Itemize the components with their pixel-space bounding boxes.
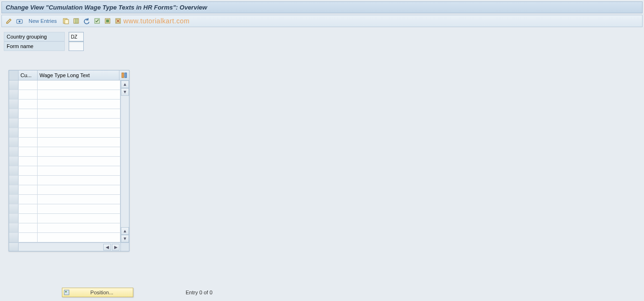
cell-cumulation[interactable] [19,119,38,128]
cell-wage-type[interactable] [38,233,120,242]
cell-wage-type[interactable] [38,109,120,118]
table-row[interactable] [9,176,120,185]
position-button[interactable]: Position... [62,288,133,297]
row-selector[interactable] [9,214,19,223]
row-selector[interactable] [9,233,19,242]
deselect-all-icon[interactable] [114,17,122,25]
cell-wage-type[interactable] [38,166,120,175]
row-selector[interactable] [9,100,19,109]
table-row[interactable] [9,157,120,166]
table-row[interactable] [9,185,120,195]
cell-wage-type[interactable] [38,204,120,213]
cell-wage-type[interactable] [38,80,120,90]
table-row[interactable] [9,138,120,147]
form-name-row: Form name [4,41,640,51]
table-row[interactable] [9,100,120,109]
cell-cumulation[interactable] [19,128,38,137]
form-area: Country grouping Form name [4,32,640,51]
cell-cumulation[interactable] [19,223,38,232]
table-row[interactable] [9,233,120,242]
cell-wage-type[interactable] [38,147,120,156]
table-row[interactable] [9,166,120,176]
table-row[interactable] [9,147,120,157]
row-selector[interactable] [9,147,19,156]
cell-cumulation[interactable] [19,195,38,204]
row-selector[interactable] [9,109,19,118]
row-selector[interactable] [9,157,19,166]
form-name-input[interactable] [69,41,84,51]
cell-cumulation[interactable] [19,109,38,118]
cell-cumulation[interactable] [19,90,38,99]
cell-wage-type[interactable] [38,223,120,232]
svg-point-1 [19,20,20,22]
new-entries-button[interactable]: New Entries [26,18,59,24]
cell-cumulation[interactable] [19,214,38,223]
row-selector[interactable] [9,90,19,99]
cell-cumulation[interactable] [19,204,38,213]
row-selector[interactable] [9,119,19,128]
delete-icon[interactable] [72,17,80,25]
row-selector[interactable] [9,204,19,213]
table-row[interactable] [9,214,120,223]
table-row[interactable] [9,119,120,128]
cell-wage-type[interactable] [38,119,120,128]
cell-cumulation[interactable] [19,176,38,185]
cell-wage-type[interactable] [38,185,120,194]
column-header-cumulation[interactable]: Cu... [19,70,38,80]
cell-wage-type[interactable] [38,100,120,109]
cell-cumulation[interactable] [19,100,38,109]
row-selector[interactable] [9,138,19,147]
table-row[interactable] [9,204,120,214]
scroll-down-step-button[interactable]: ▲ [121,227,129,235]
position-label: Position... [71,290,133,295]
cell-wage-type[interactable] [38,138,120,147]
cell-wage-type[interactable] [38,90,120,99]
cell-cumulation[interactable] [19,138,38,147]
table-row[interactable] [9,195,120,204]
country-grouping-input[interactable] [69,32,84,41]
row-selector[interactable] [9,223,19,232]
scroll-up-step-button[interactable]: ▼ [121,88,129,96]
scroll-up-button[interactable]: ▲ [121,80,129,88]
form-name-label: Form name [4,41,65,51]
scroll-left-button[interactable]: ◀ [103,244,111,251]
cell-wage-type[interactable] [38,128,120,137]
other-view-icon[interactable] [15,17,24,25]
cell-cumulation[interactable] [19,80,38,90]
cell-wage-type[interactable] [38,157,120,166]
cell-wage-type[interactable] [38,214,120,223]
table-row[interactable] [9,90,120,100]
select-all-icon[interactable] [93,17,101,25]
horizontal-scrollbar[interactable]: ◀ ▶ [9,242,129,251]
row-selector[interactable] [9,128,19,137]
row-selector[interactable] [9,195,19,204]
toggle-display-change-icon[interactable] [5,17,13,25]
scroll-right-button[interactable]: ▶ [112,244,119,251]
row-selector[interactable] [9,176,19,185]
cell-cumulation[interactable] [19,185,38,194]
table-header: Cu... Wage Type Long Text [9,70,129,80]
row-selector[interactable] [9,185,19,194]
svg-rect-3 [65,20,69,24]
table-row[interactable] [9,109,120,119]
cell-cumulation[interactable] [19,157,38,166]
row-selector[interactable] [9,80,19,90]
vertical-scrollbar[interactable]: ▲ ▼ ▲ ▼ [120,80,129,242]
copy-as-icon[interactable] [61,17,70,25]
cell-cumulation[interactable] [19,233,38,242]
table-row[interactable] [9,128,120,138]
table-configure-icon[interactable] [119,70,129,80]
scroll-down-button[interactable]: ▼ [121,235,129,242]
cell-wage-type[interactable] [38,176,120,185]
row-selector[interactable] [9,166,19,175]
cell-wage-type[interactable] [38,195,120,204]
select-block-icon[interactable] [103,17,112,25]
cell-cumulation[interactable] [19,147,38,156]
position-icon [62,289,71,296]
undo-change-icon[interactable] [82,17,91,25]
cell-cumulation[interactable] [19,166,38,175]
select-all-column[interactable] [9,70,19,80]
table-row[interactable] [9,80,120,90]
column-header-wage-type[interactable]: Wage Type Long Text [38,70,119,80]
table-row[interactable] [9,223,120,233]
